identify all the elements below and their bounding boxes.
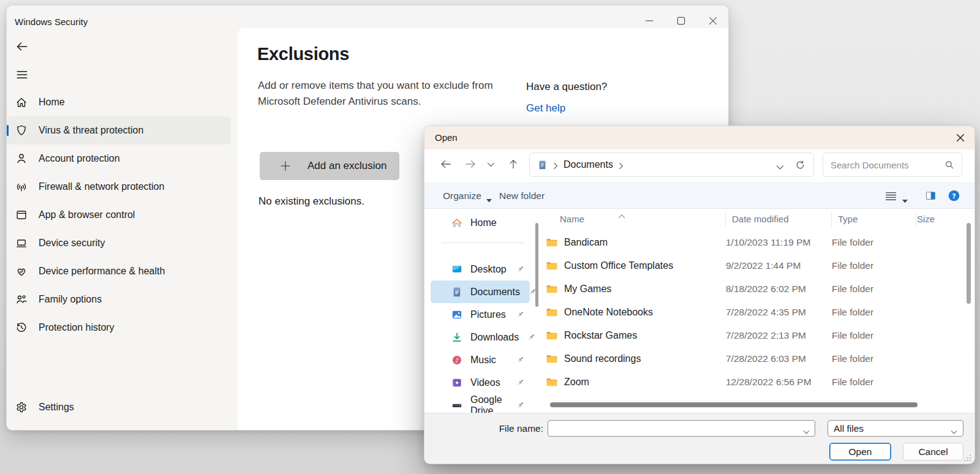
sidebar-item[interactable]: Firewall & network protection [7,173,231,201]
place-home[interactable]: Home [431,213,530,233]
column-header-date[interactable]: Date modified [732,214,789,224]
sidebar-item[interactable]: Device security [7,229,231,257]
file-row[interactable]: My Games 8/18/2022 6:02 PM File folder [541,277,947,301]
place-item[interactable]: Pictures [431,303,530,326]
file-name-dropdown-chevron-icon[interactable] [803,426,810,431]
documents-icon [451,287,462,298]
sidebar-item[interactable]: App & browser control [7,201,231,229]
file-row[interactable]: Rockstar Games 7/28/2022 2:13 PM File fo… [541,324,947,347]
place-label: Home [470,217,497,228]
file-date: 9/2/2022 1:44 PM [726,260,832,271]
sidebar-item-label: Firewall & network protection [39,181,164,192]
sidebar-item[interactable]: Protection history [7,314,231,342]
vertical-scrollbar[interactable] [967,223,971,304]
nav-forward-button[interactable] [464,157,477,171]
sidebar-scrollbar[interactable] [535,223,538,307]
folder-icon [546,284,558,294]
refresh-icon[interactable] [795,160,805,170]
sort-ascending-icon [618,210,625,215]
breadcrumb-chevron-icon [619,161,624,168]
sidebar-item[interactable]: Account protection [7,145,231,173]
page-description: Add or remove items that you want to exc… [258,78,526,110]
place-item[interactable]: Desktop [431,258,530,280]
add-exclusion-button[interactable]: Add an exclusion [260,152,399,180]
file-name-label: File name: [478,423,543,434]
column-header-size[interactable]: Size [917,214,935,224]
new-folder-button[interactable]: New folder [499,183,545,208]
menu-button[interactable] [15,68,29,81]
file-row[interactable]: Zoom 12/28/2022 6:56 PM File folder [541,371,947,394]
nav-back-button[interactable] [439,157,453,171]
sidebar-item-settings[interactable]: Settings [7,393,231,421]
view-lines-icon [885,192,897,201]
chevron-down-icon [951,426,957,431]
get-help-link[interactable]: Get help [526,102,565,115]
organize-menu[interactable]: Organize [443,183,492,208]
horizontal-scrollbar[interactable] [550,402,918,407]
recent-locations-button[interactable] [487,162,495,168]
folder-icon [546,377,558,387]
file-type-select[interactable]: All files [827,420,963,437]
pin-icon [527,333,536,342]
file-name-input[interactable] [553,423,803,434]
app-title: Windows Security [15,17,88,27]
sidebar-item[interactable]: Virus & threat protection [7,116,231,145]
sidebar-item[interactable]: Home [7,88,231,116]
file-date: 7/28/2022 4:35 PM [726,307,832,318]
cancel-button[interactable]: Cancel [903,443,963,461]
file-row[interactable]: OneNote Notebooks 7/28/2022 4:35 PM File… [541,301,947,324]
file-name: My Games [564,284,726,295]
file-type: File folder [832,237,916,248]
column-header-name[interactable]: Name [560,214,584,224]
pin-icon [516,378,525,387]
shield-icon [15,124,28,137]
file-name: Sound recordings [564,353,726,364]
preview-pane-button[interactable] [925,190,936,201]
file-type: File folder [832,307,916,318]
command-toolbar: Organize New folder ? [424,182,974,209]
help-button[interactable]: ? [948,190,960,201]
close-button[interactable] [707,15,718,26]
file-row[interactable]: Bandicam 1/10/2023 11:19 PM File folder [541,231,947,254]
file-type: File folder [832,353,916,364]
dialog-close-button[interactable] [955,132,966,143]
place-label: Pictures [470,309,506,320]
file-type: File folder [832,284,916,295]
place-item[interactable]: Videos [431,371,530,394]
maximize-button[interactable] [676,15,687,26]
pin-icon [516,355,525,364]
home-icon [15,96,28,108]
pin-icon [516,265,525,274]
nav-up-button[interactable] [507,158,519,170]
file-row[interactable]: Custom Office Templates 9/2/2022 1:44 PM… [541,254,947,277]
address-bar[interactable]: Documents [529,152,814,177]
place-item[interactable]: Downloads [431,326,530,348]
dialog-titlebar: Open [424,126,974,149]
svg-text:♪: ♪ [455,356,459,363]
column-header-type[interactable]: Type [838,214,858,224]
folder-icon [546,238,558,247]
place-item[interactable]: Documents [431,280,530,303]
music-icon: ♪ [451,355,462,366]
back-button[interactable] [15,40,29,53]
file-date: 12/28/2022 6:56 PM [726,377,832,388]
empty-state-text: No existing exclusions. [258,195,364,208]
view-options-button[interactable] [885,190,908,201]
pin-icon [516,401,525,410]
place-label: Videos [470,377,500,388]
file-row[interactable]: Sound recordings 7/28/2022 6:03 PM File … [541,347,947,371]
resize-grip-icon[interactable] [963,453,971,461]
breadcrumb-segment[interactable]: Documents [564,159,613,170]
chevron-down-icon [486,194,492,198]
minimize-button[interactable] [644,15,655,26]
sidebar-item[interactable]: Family options [7,285,231,314]
place-item[interactable]: ♪ Music [431,348,530,371]
search-input[interactable] [831,160,944,170]
open-button[interactable]: Open [829,443,891,461]
breadcrumb-chevron-icon [553,161,558,168]
pinned-places: Desktop Documents Pictures Downloads ♪ M… [431,258,530,416]
sidebar-item[interactable]: Device performance & health [7,257,231,285]
desktop-icon [451,264,462,275]
address-dropdown-chevron-icon[interactable] [776,162,784,168]
sidebar-item-label: Home [39,97,65,108]
